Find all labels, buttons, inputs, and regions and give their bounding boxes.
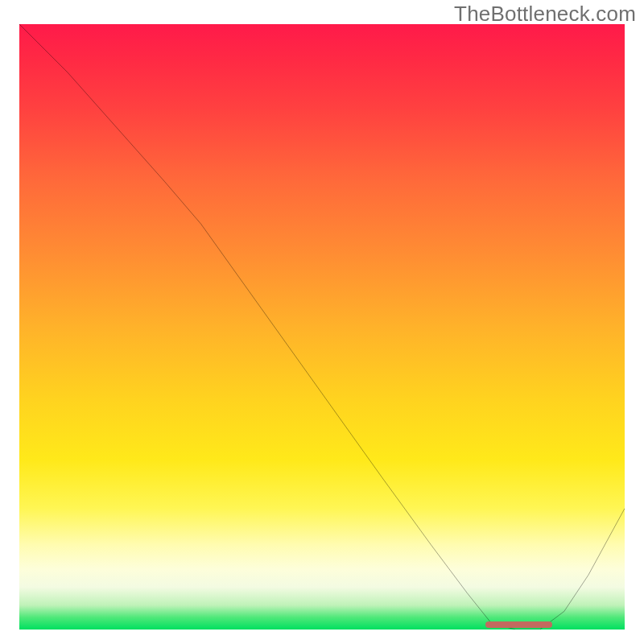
plot-area: [19, 24, 625, 630]
curve-layer: [19, 24, 625, 630]
bottleneck-curve-path: [19, 24, 625, 630]
watermark-text: TheBottleneck.com: [454, 2, 636, 27]
bottleneck-chart: TheBottleneck.com: [0, 0, 644, 644]
optimal-range-marker: [485, 621, 552, 628]
